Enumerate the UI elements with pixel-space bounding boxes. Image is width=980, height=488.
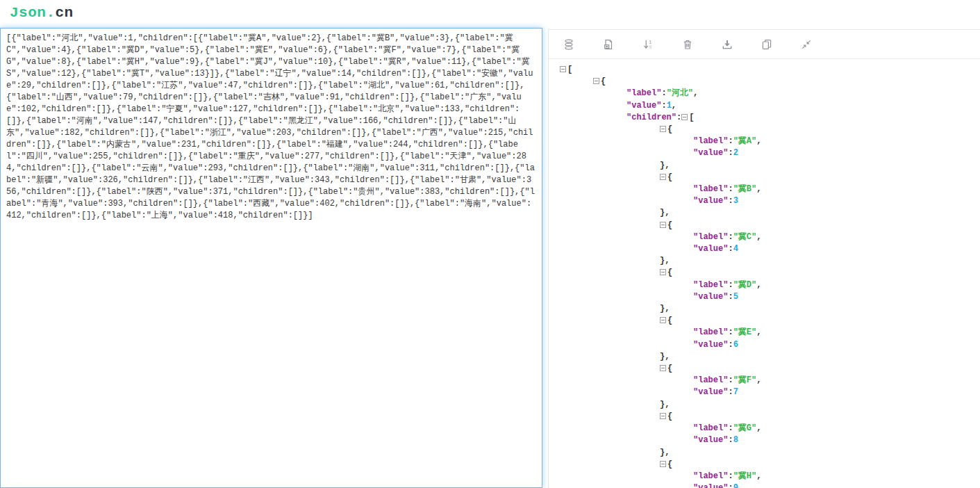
punctuation: : bbox=[728, 327, 733, 337]
json-key: "label" bbox=[693, 280, 728, 290]
collapse-toggle-icon[interactable] bbox=[660, 461, 666, 467]
main-split: 1 9 bbox=[0, 28, 980, 488]
trash-icon bbox=[682, 39, 693, 50]
json-key: "label" bbox=[693, 471, 728, 481]
tree-line: "label":"冀A", bbox=[560, 136, 980, 147]
copy-button[interactable] bbox=[747, 30, 786, 58]
punctuation: { bbox=[667, 124, 672, 134]
punctuation: }, bbox=[660, 304, 670, 314]
punctuation: : bbox=[728, 244, 733, 254]
json-number-value: 4 bbox=[733, 244, 738, 254]
collapse-toggle-icon[interactable] bbox=[660, 222, 666, 228]
database-icon bbox=[563, 39, 574, 50]
punctuation: : bbox=[661, 101, 666, 111]
compress-button[interactable] bbox=[549, 30, 588, 58]
tree-line: "label":"河北", bbox=[560, 88, 980, 99]
json-string-value: "冀F" bbox=[733, 375, 757, 385]
json-string-value: "冀B" bbox=[733, 184, 757, 194]
json-key: "label" bbox=[693, 232, 728, 242]
punctuation: : bbox=[728, 340, 733, 350]
json-key: "label" bbox=[693, 375, 728, 385]
tree-line: [ bbox=[560, 64, 980, 76]
collapse-toggle-icon[interactable] bbox=[660, 126, 666, 132]
json-key: "value" bbox=[693, 435, 728, 445]
collapse-toggle-icon[interactable] bbox=[660, 317, 666, 323]
clear-button[interactable] bbox=[667, 30, 707, 58]
json-string-value: "冀D" bbox=[733, 280, 757, 290]
tree-line: }, bbox=[560, 255, 980, 267]
json-key: "value" bbox=[693, 148, 728, 158]
json-key: "value" bbox=[693, 196, 728, 206]
tree-line: "value":5 bbox=[560, 291, 980, 303]
tree-line: { bbox=[560, 124, 980, 136]
json-number-value: 8 bbox=[733, 435, 738, 445]
punctuation: : bbox=[728, 387, 733, 397]
punctuation: { bbox=[667, 459, 672, 469]
punctuation: }, bbox=[660, 400, 670, 409]
json-key: "value" bbox=[693, 244, 728, 254]
tree-line: }, bbox=[560, 399, 980, 411]
tree-line: { bbox=[560, 267, 980, 279]
collapse-toggle-icon[interactable] bbox=[560, 66, 566, 72]
escape-button[interactable] bbox=[588, 30, 628, 58]
sort-button[interactable]: 1 9 bbox=[628, 30, 667, 58]
tree-line: "label":"冀E", bbox=[560, 327, 980, 339]
punctuation: : bbox=[728, 292, 733, 302]
punctuation: , bbox=[756, 184, 761, 194]
json-key: "value" bbox=[693, 340, 728, 350]
punctuation: : bbox=[728, 232, 733, 242]
punctuation: : bbox=[728, 483, 733, 488]
site-logo[interactable]: Json.cn bbox=[10, 5, 74, 21]
tree-line: "value":7 bbox=[560, 387, 980, 398]
logo-tld-text: cn bbox=[56, 5, 74, 21]
tree-line: "children":[ bbox=[560, 112, 980, 124]
tree-line: }, bbox=[560, 303, 980, 315]
tree-line: "value":4 bbox=[560, 243, 980, 255]
collapse-toggle-icon[interactable] bbox=[660, 269, 666, 275]
collapse-toggle-icon[interactable] bbox=[660, 365, 666, 371]
tree-line: "label":"冀H", bbox=[560, 471, 980, 482]
tree-line: }, bbox=[560, 351, 980, 363]
tree-line: "value":2 bbox=[560, 147, 980, 159]
svg-text:9: 9 bbox=[649, 44, 651, 49]
punctuation: { bbox=[601, 76, 606, 86]
punctuation: , bbox=[756, 375, 761, 385]
json-key: "label" bbox=[693, 136, 728, 146]
tree-line: }, bbox=[560, 160, 980, 172]
copy-icon bbox=[761, 39, 772, 50]
tree-line: "label":"冀G", bbox=[560, 423, 980, 434]
collapse-toggle-icon[interactable] bbox=[660, 174, 666, 180]
tree-line: "label":"冀D", bbox=[560, 279, 980, 291]
collapse-all-button[interactable] bbox=[786, 30, 826, 58]
download-button[interactable] bbox=[707, 30, 747, 58]
svg-text:1: 1 bbox=[649, 39, 651, 44]
logo-brand-text: Json. bbox=[10, 5, 56, 21]
punctuation: { bbox=[667, 412, 672, 421]
punctuation: { bbox=[667, 316, 672, 325]
punctuation: : bbox=[728, 435, 733, 445]
collapse-toggle-icon[interactable] bbox=[593, 78, 599, 84]
punctuation: { bbox=[667, 172, 672, 182]
collapse-toggle-icon[interactable] bbox=[681, 114, 688, 120]
tree-line: "label":"冀C", bbox=[560, 231, 980, 243]
json-number-value: 2 bbox=[733, 148, 738, 158]
tree-line: { bbox=[560, 411, 980, 423]
tree-line: "value":6 bbox=[560, 339, 980, 351]
punctuation: { bbox=[667, 364, 672, 373]
toolbar: 1 9 bbox=[549, 30, 980, 59]
sort-numeric-icon: 1 9 bbox=[642, 39, 654, 50]
json-tree: [{"label":"河北","value":1,"children":[{"l… bbox=[549, 59, 980, 488]
download-icon bbox=[722, 39, 733, 50]
json-key: "value" bbox=[626, 101, 661, 111]
punctuation: }, bbox=[660, 208, 670, 218]
json-input[interactable] bbox=[0, 28, 542, 488]
tree-line: { bbox=[560, 76, 980, 88]
tree-line: "value":9 bbox=[560, 482, 980, 488]
compress-arrows-icon bbox=[801, 39, 812, 50]
punctuation: { bbox=[667, 268, 672, 277]
punctuation: , bbox=[693, 88, 698, 98]
punctuation: , bbox=[672, 101, 676, 111]
json-number-value: 5 bbox=[733, 292, 738, 302]
collapse-toggle-icon[interactable] bbox=[660, 413, 666, 419]
punctuation: : bbox=[661, 88, 666, 98]
